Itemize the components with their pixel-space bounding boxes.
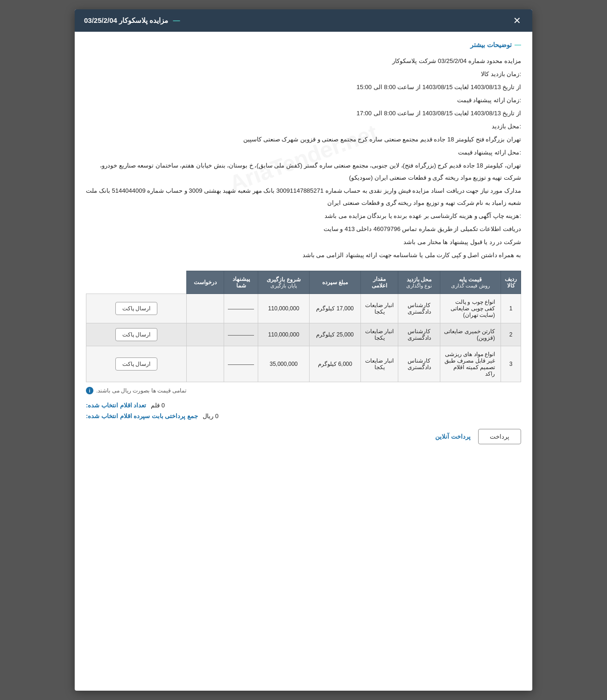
cell-location: انبار ضایعات یکجا bbox=[361, 294, 398, 323]
title-dash: — bbox=[173, 16, 180, 24]
th-request: درخواست bbox=[187, 271, 224, 294]
th-qty: مقدار اعلامی bbox=[361, 271, 398, 294]
desc-line4-label: :محل بازدید bbox=[86, 120, 521, 133]
desc-line3-value: از تاریخ 1403/08/13 لغایت 1403/08/15 از … bbox=[86, 107, 521, 119]
cell-qty: 17,000 کیلوگرم bbox=[310, 294, 361, 323]
desc-line3-label: :زمان ارائه پیشنهاد قیمت bbox=[86, 94, 521, 106]
desc-line8: دریافت اطلاعات تکمیلی از طریق شماره تماس… bbox=[86, 223, 521, 235]
cell-name: کارتن خمیری ضایعاتی (قزوین) bbox=[440, 323, 501, 346]
th-suggest: پیشنهاد شما bbox=[224, 271, 258, 294]
count-row: 0 قلم تعداد اقلام انتخاب شده: bbox=[86, 402, 165, 409]
cell-baseprice: کارشناس دادگستری bbox=[398, 323, 440, 346]
desc-line1: مزایده محدود شماره 03/25/2/04 شرکت پلاسک… bbox=[86, 55, 521, 67]
cell-startend: ———— bbox=[224, 346, 258, 382]
more-details-title: — توضیحات بیشتر bbox=[86, 41, 521, 49]
desc-line5-label: :محل ارائه پیشنهاد قیمت bbox=[86, 147, 521, 159]
total-row: 0 ریال جمع پرداختی بابت سپرده اقلام انتخ… bbox=[86, 413, 219, 420]
cell-request[interactable]: ارسال پاکت bbox=[86, 346, 187, 382]
online-pay-label: پرداخت آنلاین bbox=[435, 433, 471, 440]
th-start: شروع بازگیری پایان بازگیری bbox=[258, 271, 310, 294]
table-row: 3 انواع مواد های ریزشی غیر قابل مصرف طبق… bbox=[86, 346, 521, 382]
cell-num: 2 bbox=[501, 323, 521, 346]
modal-title: — مزایده پلاسکوکار 03/25/2/04 bbox=[84, 16, 180, 25]
cell-deposit: 35,000,000 bbox=[258, 346, 310, 382]
cell-name: انواع چوب و پالت کفی چوبی ضایعاتی (سایت … bbox=[440, 294, 501, 323]
items-table: ردیف کالا قیمت پایه روش قیمت گذاری محل ب… bbox=[86, 271, 521, 382]
cell-startend: ———— bbox=[224, 294, 258, 323]
info-icon: i bbox=[86, 387, 93, 394]
desc-line10: به همراه داشتن اصل و کپی کارت ملی یا شنا… bbox=[86, 249, 521, 261]
cell-suggest bbox=[187, 294, 224, 323]
table-row: 1 انواع چوب و پالت کفی چوبی ضایعاتی (سای… bbox=[86, 294, 521, 323]
desc-line7: :هزینه چاپ آگهی و هزینه کارشناسی بر عهده… bbox=[86, 210, 521, 222]
desc-line2-label: :زمان بازدید کالا bbox=[86, 68, 521, 80]
modal-body: — توضیحات بیشتر AriaTender.net مزایده مح… bbox=[75, 32, 532, 454]
cell-qty: 25,000 کیلوگرم bbox=[310, 323, 361, 346]
th-rownum: ردیف کالا bbox=[501, 271, 521, 294]
desc-line2-value: از تاریخ 1403/08/13 لغایت 1403/08/15 از … bbox=[86, 81, 521, 93]
desc-line6: مدارک مورد نیاز جهت دریافت اسناد مزایده … bbox=[86, 185, 521, 209]
send-packet-button[interactable]: ارسال پاکت bbox=[115, 302, 157, 315]
cell-num: 1 bbox=[501, 294, 521, 323]
description-block: AriaTender.net مزایده محدود شماره 03/25/… bbox=[86, 55, 521, 261]
cell-qty: 6,000 کیلوگرم bbox=[310, 346, 361, 382]
cell-request[interactable]: ارسال پاکت bbox=[86, 294, 187, 323]
cell-request[interactable]: ارسال پاکت bbox=[86, 323, 187, 346]
desc-line9: شرکت در رد یا قبول پیشنهاد ها مختار می ب… bbox=[86, 236, 521, 248]
cell-startend: ———— bbox=[224, 323, 258, 346]
cell-baseprice: کارشناس دادگستری bbox=[398, 294, 440, 323]
pay-button[interactable]: پرداخت bbox=[478, 429, 521, 444]
summary-section: 0 قلم تعداد اقلام انتخاب شده: 0 ریال جمع… bbox=[86, 402, 521, 420]
cell-num: 3 bbox=[501, 346, 521, 382]
th-baseprice: قیمت پایه روش قیمت گذاری bbox=[440, 271, 501, 294]
th-location: محل بازدید نوع واگذاری bbox=[398, 271, 440, 294]
modal-container: ✕ — مزایده پلاسکوکار 03/25/2/04 — توضیحا… bbox=[75, 9, 532, 691]
send-packet-button[interactable]: ارسال پاکت bbox=[115, 357, 157, 371]
cell-baseprice: کارشناس دادگستری bbox=[398, 346, 440, 382]
desc-line4-value: تهران بزرگراه فتح کیلومتر 18 جاده قدیم م… bbox=[86, 133, 521, 146]
cell-suggest bbox=[187, 346, 224, 382]
cell-location: انبار ضایعات یکجا bbox=[361, 323, 398, 346]
cell-location: انبار ضایعات یکجا bbox=[361, 346, 398, 382]
cell-name: انواع مواد های ریزشی غیر قابل مصرف طبق ت… bbox=[440, 346, 501, 382]
cell-deposit: 110,000,000 bbox=[258, 294, 310, 323]
payment-row: پرداخت پرداخت آنلاین bbox=[86, 429, 521, 444]
info-bar: تمامی قیمت ها بصورت ریال می باشند. i bbox=[86, 387, 521, 394]
desc-line5-value: تهران، کیلومتر 18 جاده قدیم کرج (بزرگراه… bbox=[86, 160, 521, 184]
th-deposit: مبلغ سپرده bbox=[310, 271, 361, 294]
table-row: 2 کارتن خمیری ضایعاتی (قزوین) کارشناس دا… bbox=[86, 323, 521, 346]
modal-header: ✕ — مزایده پلاسکوکار 03/25/2/04 bbox=[75, 9, 532, 32]
cell-deposit: 110,000,000 bbox=[258, 323, 310, 346]
cell-suggest bbox=[187, 323, 224, 346]
close-button[interactable]: ✕ bbox=[511, 16, 523, 25]
send-packet-button[interactable]: ارسال پاکت bbox=[115, 328, 157, 341]
